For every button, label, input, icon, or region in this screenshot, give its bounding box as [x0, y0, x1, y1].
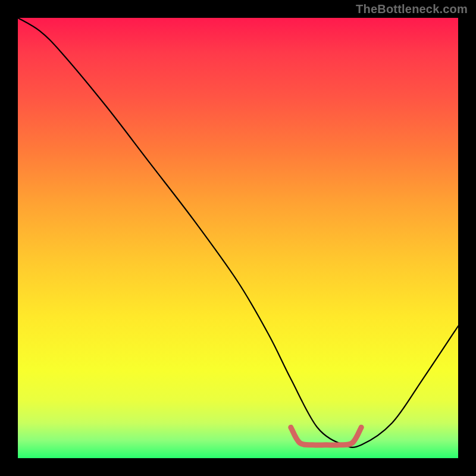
chart-frame: TheBottleneck.com — [0, 0, 476, 476]
bottleneck-curve — [18, 18, 458, 447]
optimal-band-marker — [291, 427, 361, 445]
chart-plot-area — [18, 18, 458, 458]
chart-svg — [18, 18, 458, 458]
watermark-text: TheBottleneck.com — [356, 2, 468, 16]
